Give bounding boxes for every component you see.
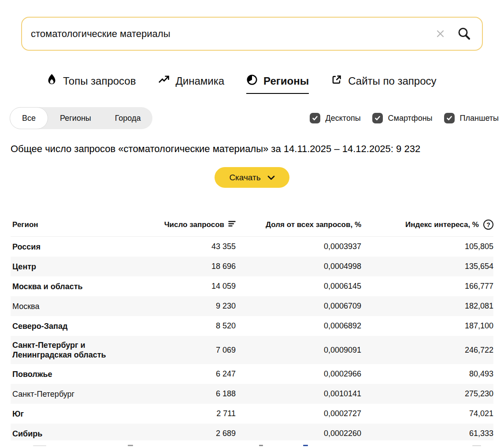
tab-bar: Топы запросов Динамика Регионы bbox=[46, 74, 504, 94]
table-row: Центр 18 696 0,0004998 135,654 bbox=[11, 257, 493, 276]
region-name: Москва bbox=[12, 302, 39, 311]
header-region: Регион bbox=[12, 220, 127, 229]
region-name: Санкт-Петербург bbox=[12, 389, 74, 399]
share-percent: 0,0006145 bbox=[236, 282, 361, 291]
region-name: Москва и область bbox=[12, 282, 83, 291]
total-queries-summary: Общее число запросов «стоматологические … bbox=[11, 143, 493, 155]
tab-label: Сайты по запросу bbox=[348, 75, 436, 87]
share-percent: 0,0002966 bbox=[236, 369, 361, 379]
checkbox-smartphones[interactable]: Смартфоны bbox=[372, 113, 433, 123]
interest-index: 275,230 bbox=[361, 389, 493, 399]
filters-row: Все Регионы Города Десктопы Смартфо bbox=[10, 107, 499, 129]
table-row: Юг 2 711 0,0002727 74,021 bbox=[11, 404, 493, 424]
cut-off-next-line bbox=[0, 440, 504, 447]
globe-icon bbox=[246, 74, 258, 88]
table-row: Северо-Запад 8 520 0,0006892 187,100 bbox=[11, 316, 493, 336]
interest-index: 80,493 bbox=[361, 369, 493, 379]
region-name: Поволжье bbox=[12, 369, 52, 379]
queries-count: 6 188 bbox=[127, 389, 236, 399]
download-button[interactable]: Скачать bbox=[215, 167, 289, 188]
tab-sites-by-query[interactable]: Сайты по запросу bbox=[331, 74, 436, 94]
wordstat-regions-page: Топы запросов Динамика Регионы bbox=[0, 0, 504, 447]
table-row: Санкт-Петербург 6 188 0,0010141 275,230 bbox=[11, 384, 493, 404]
device-filters: Десктопы Смартфоны Планшеты bbox=[310, 113, 499, 123]
table-row: Москва 9 230 0,0006709 182,081 bbox=[11, 296, 493, 316]
share-percent: 0,0006892 bbox=[236, 321, 361, 331]
queries-count: 43 355 bbox=[127, 242, 236, 251]
search-icon[interactable] bbox=[457, 26, 471, 41]
tab-label: Динамика bbox=[175, 75, 224, 87]
flame-icon bbox=[46, 74, 57, 88]
table-header: Регион Число запросов Доля от всех запро… bbox=[11, 220, 493, 237]
queries-count: 14 059 bbox=[127, 282, 236, 291]
queries-count: 18 696 bbox=[127, 262, 236, 271]
external-link-icon bbox=[331, 74, 342, 88]
checkbox-label: Планшеты bbox=[460, 114, 499, 123]
scope-segmented-control: Все Регионы Города bbox=[10, 107, 152, 129]
table-row: Санкт-Петербург и Ленинградская область … bbox=[11, 336, 493, 364]
search-input[interactable] bbox=[31, 28, 434, 40]
region-name: Санкт-Петербург и Ленинградская область bbox=[12, 340, 122, 360]
download-label: Скачать bbox=[229, 173, 260, 183]
queries-count: 8 520 bbox=[127, 321, 236, 331]
tab-top-queries[interactable]: Топы запросов bbox=[46, 74, 136, 94]
queries-count: 7 069 bbox=[127, 346, 236, 355]
tab-regions[interactable]: Регионы bbox=[246, 74, 309, 94]
trend-up-icon bbox=[158, 74, 170, 88]
interest-index: 135,654 bbox=[361, 262, 493, 271]
tab-label: Регионы bbox=[263, 75, 309, 87]
header-interest-index: Индекс интереса, % ? bbox=[361, 220, 493, 230]
interest-index: 166,777 bbox=[361, 282, 493, 291]
table-row: Россия 43 355 0,0003937 105,805 bbox=[11, 237, 493, 257]
checkbox-tablets[interactable]: Планшеты bbox=[444, 113, 499, 123]
header-share: Доля от всех запросов, % bbox=[236, 220, 361, 229]
question-mark-icon[interactable]: ? bbox=[483, 220, 493, 230]
chevron-down-icon bbox=[267, 173, 275, 183]
queries-count: 2 711 bbox=[127, 409, 236, 418]
search-box bbox=[21, 17, 483, 51]
tab-label: Топы запросов bbox=[63, 75, 136, 87]
checkbox-label: Смартфоны bbox=[388, 114, 433, 123]
share-percent: 0,0004998 bbox=[236, 262, 361, 271]
checkbox-checked-icon bbox=[310, 113, 320, 123]
region-name: Россия bbox=[12, 242, 41, 252]
checkbox-checked-icon bbox=[444, 113, 455, 123]
interest-index: 246,722 bbox=[361, 346, 493, 355]
queries-count: 2 689 bbox=[127, 429, 236, 438]
region-name: Северо-Запад bbox=[12, 321, 67, 331]
regions-table: Регион Число запросов Доля от всех запро… bbox=[11, 220, 493, 443]
interest-index: 187,100 bbox=[361, 321, 493, 331]
share-percent: 0,0002260 bbox=[236, 429, 361, 438]
table-row: Москва и область 14 059 0,0006145 166,77… bbox=[11, 276, 493, 296]
region-name: Юг bbox=[12, 409, 24, 419]
segment-cities[interactable]: Города bbox=[103, 107, 153, 129]
checkbox-label: Десктопы bbox=[326, 114, 361, 123]
download-area: Скачать bbox=[0, 167, 504, 188]
clear-icon[interactable] bbox=[434, 28, 446, 40]
interest-index: 182,081 bbox=[361, 302, 493, 311]
checkbox-checked-icon bbox=[372, 113, 383, 123]
interest-index: 74,021 bbox=[361, 409, 493, 418]
share-percent: 0,0002727 bbox=[236, 409, 361, 418]
interest-index: 61,333 bbox=[361, 429, 493, 438]
sort-descending-icon bbox=[228, 220, 236, 229]
share-percent: 0,0006709 bbox=[236, 302, 361, 311]
segment-regions[interactable]: Регионы bbox=[48, 107, 103, 129]
share-percent: 0,0009091 bbox=[236, 346, 361, 355]
share-percent: 0,0003937 bbox=[236, 242, 361, 251]
header-queries-label: Число запросов bbox=[164, 220, 224, 229]
tab-dynamics[interactable]: Динамика bbox=[158, 74, 224, 94]
interest-index: 105,805 bbox=[361, 242, 493, 251]
header-queries-sortable[interactable]: Число запросов bbox=[127, 220, 236, 229]
queries-count: 6 247 bbox=[127, 369, 236, 379]
header-index-label: Индекс интереса, % bbox=[405, 220, 479, 229]
table-row: Поволжье 6 247 0,0002966 80,493 bbox=[11, 364, 493, 384]
region-name: Сибирь bbox=[12, 429, 42, 439]
share-percent: 0,0010141 bbox=[236, 389, 361, 399]
segment-all[interactable]: Все bbox=[10, 107, 48, 129]
table-body: Россия 43 355 0,0003937 105,805 Центр 18… bbox=[11, 237, 493, 443]
region-name: Центр bbox=[12, 262, 36, 272]
checkbox-desktops[interactable]: Десктопы bbox=[310, 113, 361, 123]
queries-count: 9 230 bbox=[127, 302, 236, 311]
